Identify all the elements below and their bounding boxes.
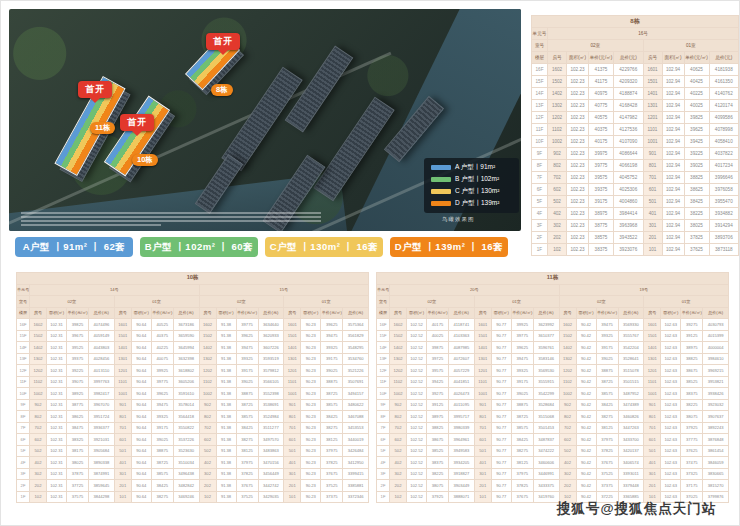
table-row: 11F1102102.31390753997763110190.64397753… <box>17 376 369 388</box>
table-cell: 4013110 <box>89 365 115 377</box>
table-cell: 1102 <box>30 376 47 388</box>
table-cell: 39975 <box>589 148 614 160</box>
table-cell: 1202 <box>390 365 407 377</box>
table-cell: 90.42 <box>576 411 596 423</box>
table-cell: 39425 <box>427 376 449 388</box>
table-cell: 90.42 <box>576 388 596 400</box>
table-row: 1F102102.23383753923076101102.9437625387… <box>532 244 739 256</box>
table-cell: 102.52 <box>407 365 427 377</box>
table-title-row: 11栋 <box>377 273 729 285</box>
table-cell: 1502 <box>548 76 567 88</box>
table-cell: 40075 <box>151 353 173 365</box>
table-row: 10F1002102.234017541070901001102.9439425… <box>532 136 739 148</box>
table-cell: 102.94 <box>662 160 684 172</box>
table-cell: 602 <box>199 434 216 446</box>
table-cell: 1502 <box>199 330 216 342</box>
table-cell: 902 <box>199 399 216 411</box>
table-cell: 90.23 <box>301 422 321 434</box>
table-cell: 3542204 <box>618 342 644 354</box>
table-cell: 90.77 <box>491 353 511 365</box>
table-cell: 3943522 <box>614 232 644 244</box>
table-cell: 1501 <box>474 330 491 342</box>
legend-item: A 户型丨91m² <box>431 163 512 172</box>
table-cell: 39775 <box>151 376 173 388</box>
table-cell: 102.94 <box>662 232 684 244</box>
table-cell: 102.31 <box>47 376 67 388</box>
table-cell: 38975 <box>589 208 614 220</box>
table-cell: 38575 <box>151 468 173 480</box>
table-cell: 401 <box>474 457 491 469</box>
table-cell: 102.31 <box>47 342 67 354</box>
table-cell: 90.77 <box>491 468 511 480</box>
table-cell: 38625 <box>684 184 709 196</box>
table-cell: 3548295 <box>343 342 369 354</box>
table-cell: 7F <box>532 172 548 184</box>
table-cell: 39175 <box>511 376 533 388</box>
table-title-cell: 10栋 <box>17 273 369 285</box>
table-cell: 40175 <box>427 319 449 331</box>
table-cell: 38375 <box>589 244 614 256</box>
table-cell: 102.23 <box>567 160 589 172</box>
table-cell: 3528641 <box>618 353 644 365</box>
table-row: 6F602102.5238675396496160190.77384253487… <box>377 434 729 446</box>
table-cell: 37925 <box>681 422 703 434</box>
table-cell: 单元号 <box>532 28 548 40</box>
column-header-cell: 房号 <box>644 307 661 319</box>
table-cell: 90.23 <box>301 468 321 480</box>
table-cell: 3507691 <box>343 376 369 388</box>
column-header-cell: 面积(㎡) <box>407 307 427 319</box>
table-cell: 801 <box>284 411 301 423</box>
table-cell: 39225 <box>67 365 89 377</box>
unit-header-cell: 14号 <box>30 284 200 296</box>
table-cell: 40575 <box>589 112 614 124</box>
table-cell: 90.64 <box>131 434 151 446</box>
table-cell: 102.52 <box>407 388 427 400</box>
table-cell: 11F <box>532 124 548 136</box>
table-cell: 1301 <box>643 100 662 112</box>
table-cell: 201 <box>643 232 662 244</box>
column-header-cell: 总价(元) <box>614 52 644 64</box>
table-cell: 1501 <box>643 76 662 88</box>
table-cell: 102.94 <box>662 76 684 88</box>
table-cell: 301 <box>643 220 662 232</box>
table-cell: 37525 <box>321 480 343 492</box>
table-cell: 102.31 <box>47 319 67 331</box>
column-header-cell: 房号 <box>548 52 567 64</box>
table-cell: 5F <box>532 196 548 208</box>
table-cell: 3433375 <box>533 480 559 492</box>
table-cell: 3815270 <box>703 480 729 492</box>
table-cell: 3918827 <box>449 468 475 480</box>
table-cell: 38275 <box>236 434 258 446</box>
column-header-cell: 单价(元/㎡) <box>596 307 618 319</box>
column-header-cell: 面积(㎡) <box>661 307 681 319</box>
table-row: 3F302102.23387753963968301102.9438025391… <box>532 220 739 232</box>
table-cell: 38075 <box>427 480 449 492</box>
table-cell: 41375 <box>589 64 614 76</box>
table-cell: 102.94 <box>662 220 684 232</box>
table-row: 10F1002102.52392754026473100190.77390253… <box>377 388 729 400</box>
table-cell: 1401 <box>284 342 301 354</box>
table-cell: 91.38 <box>216 411 236 423</box>
table-cell: 3440019 <box>343 434 369 446</box>
table-row: 2F202102.23385753943522201102.9437825389… <box>532 232 739 244</box>
table-cell: 102.31 <box>47 411 67 423</box>
table-cell: 3995717 <box>449 411 475 423</box>
table-header-row: 楼层房号面积(㎡)单价(元/㎡)总价(元)房号面积(㎡)单价(元/㎡)总价(元)… <box>377 307 729 319</box>
table-cell: 40025 <box>427 330 449 342</box>
table-cell: 39675 <box>67 330 89 342</box>
table-cell: 501 <box>284 445 301 457</box>
table-cell: 4030793 <box>703 319 729 331</box>
table-cell: 39175 <box>321 353 343 365</box>
table-cell: 39125 <box>427 399 449 411</box>
table-cell: 3861454 <box>703 445 729 457</box>
table-cell: 3873118 <box>709 244 739 256</box>
table-cell: 40425 <box>684 76 709 88</box>
price-table: 10栋单元号14号15号室号02室01室02室01室楼层房号面积(㎡)单价(元/… <box>16 272 369 503</box>
table-cell: 3474222 <box>533 445 559 457</box>
room-header-cell: 01室 <box>643 40 739 52</box>
column-header-cell: 面积(㎡) <box>216 307 236 319</box>
table-cell: 902 <box>30 399 47 411</box>
table-cell: 3984610 <box>703 353 729 365</box>
table-row: 8F802102.5238975399571780190.77387253515… <box>377 411 729 423</box>
table-cell: 102.31 <box>47 365 67 377</box>
